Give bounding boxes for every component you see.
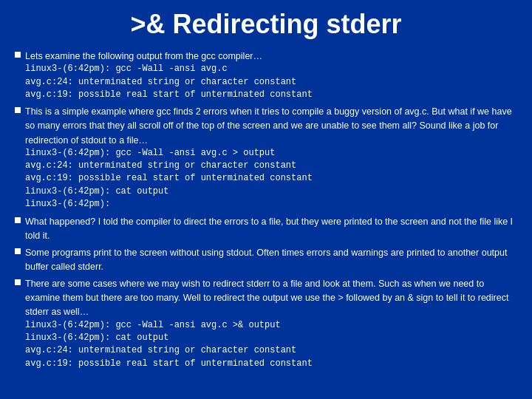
code-line: avg.c:19: possible real start of untermi… (25, 172, 517, 185)
bullet-text: There are some cases where we may wish t… (25, 276, 517, 370)
code-line: linux3-(6:42pm): cat output (25, 332, 517, 344)
bullet-paragraph: This is a simple example where gcc finds… (25, 106, 512, 145)
code-line: linux3-(6:42pm): gcc -Wall -ansi avg.c >… (25, 319, 517, 332)
code-line: linux3-(6:42pm): gcc -Wall -ansi avg.c >… (25, 147, 517, 160)
list-item: Lets examine the following output from t… (15, 49, 517, 101)
bullet-paragraph: There are some cases where we may wish t… (25, 279, 508, 317)
list-item: Some programs print to the screen withou… (15, 245, 517, 273)
list-item: This is a simple example where gcc finds… (15, 104, 517, 211)
code-line: linux3-(6:42pm): gcc -Wall -ansi avg.c (25, 63, 313, 75)
bullet-text: This is a simple example where gcc finds… (25, 104, 517, 211)
list-item: What happened? I told the compiler to di… (15, 214, 517, 242)
bullet-icon (15, 52, 21, 58)
bullet-paragraph: Some programs print to the screen withou… (25, 248, 507, 272)
bullet-text: Some programs print to the screen withou… (25, 245, 517, 273)
code-line: avg.c:19: possible real start of untermi… (25, 358, 517, 370)
bullet-text: Lets examine the following output from t… (25, 49, 313, 101)
code-line: linux3-(6:42pm): cat output (25, 185, 517, 198)
page-title: >& Redirecting stderr (0, 0, 532, 46)
bullet-icon (15, 217, 21, 223)
bullet-text: What happened? I told the compiler to di… (25, 214, 517, 242)
code-line: linux3-(6:42pm): (25, 198, 517, 211)
code-block: linux3-(6:42pm): gcc -Wall -ansi avg.c >… (25, 147, 517, 211)
bullet-paragraph: Lets examine the following output from t… (25, 51, 262, 61)
code-line: avg.c:24: unterminated string or charact… (25, 160, 517, 172)
code-line: avg.c:19: possible real start of untermi… (25, 89, 313, 101)
bullet-icon (15, 279, 21, 285)
code-line: avg.c:24: unterminated string or charact… (25, 76, 313, 89)
bullet-paragraph: What happened? I told the compiler to di… (25, 216, 513, 241)
code-block: linux3-(6:42pm): gcc -Wall -ansi avg.c >… (25, 319, 517, 371)
list-item: There are some cases where we may wish t… (15, 276, 517, 370)
code-line: avg.c:24: unterminated string or charact… (25, 344, 517, 357)
bullet-icon (15, 107, 21, 113)
content-area: Lets examine the following output from t… (0, 46, 532, 379)
code-block: linux3-(6:42pm): gcc -Wall -ansi avg.cav… (25, 63, 313, 101)
bullet-icon (15, 248, 21, 254)
